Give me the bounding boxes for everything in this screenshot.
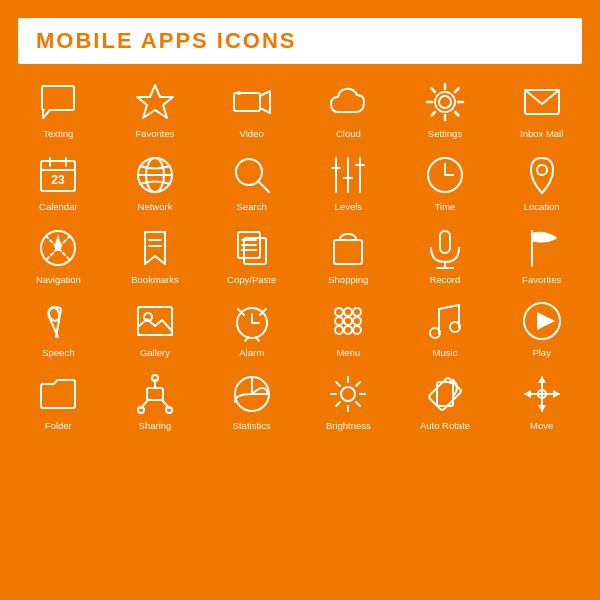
icon-item-time[interactable]: Time — [397, 147, 494, 216]
icon-label-bookmarks: Bookmarks — [131, 274, 179, 285]
svg-marker-96 — [524, 390, 531, 398]
svg-marker-97 — [553, 390, 560, 398]
icon-item-location[interactable]: Location — [493, 147, 590, 216]
icon-label-move: Move — [530, 420, 553, 431]
icon-label-calendar: Calendar — [39, 201, 78, 212]
icon-item-music[interactable]: Music — [397, 293, 494, 362]
icon-label-cloud: Cloud — [336, 128, 361, 139]
svg-point-56 — [344, 308, 352, 316]
svg-marker-95 — [538, 405, 546, 412]
icon-label-settings: Settings — [428, 128, 462, 139]
icon-item-navigation[interactable]: Navigation — [10, 220, 107, 289]
icons-grid: TextingFavoritesVideoCloudSettingsInbox … — [0, 74, 600, 435]
icon-label-sharing: Sharing — [139, 420, 172, 431]
svg-rect-1 — [234, 93, 260, 111]
icon-item-gallery[interactable]: Gallery — [107, 293, 204, 362]
icon-item-alarm[interactable]: Alarm — [203, 293, 300, 362]
svg-line-85 — [336, 382, 340, 386]
icon-item-bookmarks[interactable]: Bookmarks — [107, 220, 204, 289]
icon-item-copy-paste[interactable]: Copy/Paste — [203, 220, 300, 289]
icon-label-speech: Speech — [42, 347, 74, 358]
icon-item-inbox-mail[interactable]: Inbox Mail — [493, 74, 590, 143]
icon-label-navigation: Navigation — [36, 274, 81, 285]
icon-label-auto-rotate: Auto Rotate — [420, 420, 470, 431]
icon-label-network: Network — [138, 201, 173, 212]
icon-label-brightness: Brightness — [326, 420, 371, 431]
icon-item-move[interactable]: Move — [493, 366, 590, 435]
svg-rect-39 — [440, 231, 450, 253]
svg-point-63 — [353, 326, 361, 334]
svg-point-58 — [335, 317, 343, 325]
icon-label-texting: Texting — [43, 128, 73, 139]
svg-marker-70 — [537, 312, 555, 330]
svg-rect-71 — [147, 388, 163, 400]
icon-item-statistics[interactable]: Statistics — [203, 366, 300, 435]
icon-item-calendar[interactable]: 23Calendar — [10, 147, 107, 216]
icon-item-levels[interactable]: Levels — [300, 147, 397, 216]
icon-label-favorites-star: Favorites — [135, 128, 174, 139]
svg-point-3 — [237, 91, 241, 95]
svg-line-53 — [245, 337, 248, 341]
icon-item-auto-rotate[interactable]: Auto Rotate — [397, 366, 494, 435]
icon-item-brightness[interactable]: Brightness — [300, 366, 397, 435]
icon-item-settings[interactable]: Settings — [397, 74, 494, 143]
svg-marker-0 — [137, 85, 173, 118]
icon-item-favorites-star[interactable]: Favorites — [107, 74, 204, 143]
svg-line-86 — [356, 402, 360, 406]
svg-point-62 — [344, 326, 352, 334]
svg-text:23: 23 — [52, 173, 66, 187]
svg-point-57 — [353, 308, 361, 316]
icon-label-search: Search — [237, 201, 267, 212]
svg-point-60 — [353, 317, 361, 325]
svg-point-76 — [138, 407, 144, 413]
svg-line-87 — [356, 382, 360, 386]
icon-item-video[interactable]: Video — [203, 74, 300, 143]
icon-label-shopping: Shopping — [328, 274, 368, 285]
icon-item-shopping[interactable]: Shopping — [300, 220, 397, 289]
icon-item-speech[interactable]: Speech — [10, 293, 107, 362]
icon-label-statistics: Statistics — [233, 420, 271, 431]
icon-label-menu: Menu — [336, 347, 360, 358]
icon-label-play: Play — [532, 347, 550, 358]
icon-label-music: Music — [433, 347, 458, 358]
svg-marker-2 — [260, 91, 270, 113]
icon-item-favorites-flag[interactable]: Favorites — [493, 220, 590, 289]
icon-item-texting[interactable]: Texting — [10, 74, 107, 143]
icon-item-search[interactable]: Search — [203, 147, 300, 216]
svg-point-55 — [335, 308, 343, 316]
page-title: MOBILE APPS ICONS — [36, 28, 564, 54]
svg-line-88 — [336, 402, 340, 406]
icon-label-time: Time — [435, 201, 456, 212]
svg-point-77 — [166, 407, 172, 413]
svg-point-80 — [341, 387, 355, 401]
svg-point-61 — [335, 326, 343, 334]
header: MOBILE APPS ICONS — [18, 18, 582, 64]
icon-item-menu[interactable]: Menu — [300, 293, 397, 362]
icon-item-cloud[interactable]: Cloud — [300, 74, 397, 143]
svg-point-59 — [344, 317, 352, 325]
icon-label-video: Video — [240, 128, 264, 139]
icon-item-play[interactable]: Play — [493, 293, 590, 362]
icon-label-gallery: Gallery — [140, 347, 170, 358]
svg-point-4 — [439, 96, 451, 108]
icon-item-sharing[interactable]: Sharing — [107, 366, 204, 435]
svg-line-54 — [256, 337, 259, 341]
svg-point-75 — [152, 375, 158, 381]
icon-label-alarm: Alarm — [239, 347, 264, 358]
icon-label-favorites-flag: Favorites — [522, 274, 561, 285]
svg-marker-94 — [538, 376, 546, 383]
icon-label-copy-paste: Copy/Paste — [227, 274, 276, 285]
svg-line-64 — [439, 305, 459, 309]
icon-label-folder: Folder — [45, 420, 72, 431]
icon-label-record: Record — [430, 274, 461, 285]
svg-rect-38 — [334, 240, 362, 264]
svg-point-26 — [537, 165, 547, 175]
svg-rect-45 — [138, 307, 172, 335]
icon-item-folder[interactable]: Folder — [10, 366, 107, 435]
icon-label-inbox-mail: Inbox Mail — [520, 128, 563, 139]
icon-label-levels: Levels — [335, 201, 362, 212]
icon-item-record[interactable]: Record — [397, 220, 494, 289]
icon-item-network[interactable]: Network — [107, 147, 204, 216]
icon-label-location: Location — [524, 201, 560, 212]
svg-line-16 — [258, 181, 269, 192]
